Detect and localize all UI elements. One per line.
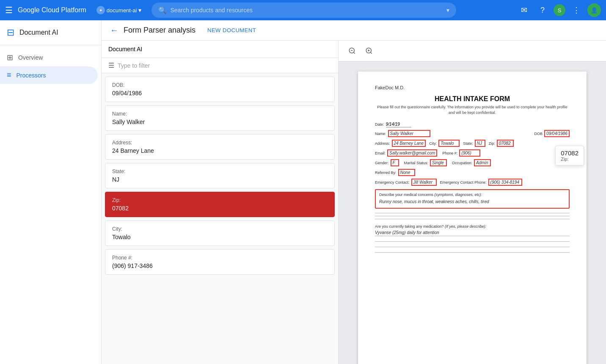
field-card-city[interactable]: City:Towalo (105, 221, 335, 246)
email-phone-row: Email: Sally.walker@gmail.com Phone #: (… (375, 149, 570, 157)
app-layout: ⊟ Document AI ⊞ Overview ≡ Processors ← … (0, 20, 606, 364)
more-options-icon[interactable]: ⋮ (569, 3, 584, 18)
address-row: Address: 24 Barney Lane City: Towalo Sta… (375, 140, 570, 147)
sidebar-item-processors[interactable]: ≡ Processors (0, 66, 98, 84)
name-label: Name: (375, 132, 386, 136)
field-card-phone[interactable]: Phone #:(906) 917-3486 (105, 249, 335, 275)
date-row: Date: 9/14/19 (375, 122, 570, 127)
filter-input[interactable] (118, 62, 331, 69)
page-title: Form Parser analysis (124, 26, 196, 35)
field-label-zip: Zip: (112, 197, 328, 203)
search-icon: 🔍 (158, 6, 167, 14)
sidebar-header: ⊟ Document AI (0, 20, 101, 45)
field-value-dob: 09/04/1986 (112, 90, 328, 97)
gender-row: Gender: F Marital Status: Single Occupat… (375, 159, 570, 166)
filter-icon: ☰ (108, 61, 114, 69)
medical-concerns-section: Describe your medical concerns (symptoms… (375, 189, 570, 209)
menu-icon[interactable]: ☰ (5, 5, 13, 15)
name-value: Sally Walker (388, 130, 430, 137)
field-label-address: Address: (112, 140, 328, 146)
search-input[interactable] (170, 7, 443, 14)
sidebar-item-overview[interactable]: ⊞ Overview (0, 49, 98, 66)
sidebar-item-processors-label: Processors (17, 72, 46, 79)
city-label: City: (429, 141, 437, 146)
emergency-phone-value: (906) 334-8194 (488, 179, 522, 186)
medication-value: Vyvanse (25mg) daily for attention (375, 230, 570, 236)
doc-toolbar (339, 41, 606, 61)
marital-label: Marital Status: (404, 161, 429, 165)
left-panel-header: Document AI (102, 41, 338, 58)
gender-label: Gender: (375, 161, 389, 165)
search-bar[interactable]: 🔍 ▾ (152, 3, 456, 18)
doctor-name: FakeDoc M.D. (375, 85, 570, 90)
date-value: 9/14/19 (386, 122, 411, 127)
zip-value: 07082 (497, 140, 514, 147)
sub-header: ← Form Parser analysis NEW DOCUMENT (102, 20, 606, 41)
processors-icon: ≡ (7, 71, 11, 80)
sidebar: ⊟ Document AI ⊞ Overview ≡ Processors (0, 20, 102, 364)
right-panel: FakeDoc M.D. HEALTH INTAKE FORM Please f… (339, 41, 606, 364)
field-card-state[interactable]: State:NJ (105, 163, 335, 188)
field-label-name: Name: (112, 111, 328, 117)
dob-value: 09/04/1986 (544, 130, 570, 137)
phone-value: (906) (459, 149, 480, 157)
field-label-phone: Phone #: (112, 255, 328, 261)
field-label-state: State: (112, 168, 328, 174)
help-icon[interactable]: ? (535, 3, 550, 18)
user-badge[interactable]: S (554, 4, 565, 16)
zoom-in-button[interactable] (362, 44, 376, 58)
medical-concerns-value: Runny nose, mucus in throat, weakness ac… (379, 199, 565, 205)
tooltip-value: 07082 (561, 149, 578, 157)
search-chevron-icon: ▾ (446, 7, 449, 14)
sidebar-title: Document AI (19, 29, 58, 36)
back-button[interactable]: ← (110, 25, 118, 35)
field-value-name: Sally Walker (112, 119, 328, 125)
doc-viewer[interactable]: FakeDoc M.D. HEALTH INTAKE FORM Please f… (339, 61, 606, 364)
project-icon: ✦ (96, 6, 105, 14)
occupation-value: Admin (474, 159, 491, 166)
field-label-city: City: (112, 226, 328, 232)
field-card-name[interactable]: Name:Sally Walker (105, 105, 335, 131)
field-value-phone: (906) 917-3486 (112, 262, 328, 269)
email-value: Sally.walker@gmail.com (387, 149, 437, 157)
field-card-zip[interactable]: Zip:07082 (105, 192, 335, 217)
sidebar-nav: ⊞ Overview ≡ Processors (0, 45, 101, 87)
date-label: Date: (375, 122, 384, 127)
address-value: 24 Barney Lane (392, 140, 426, 147)
medication-label: Are you currently taking any medication?… (375, 224, 570, 229)
medical-concerns-label: Describe your medical concerns (symptoms… (379, 193, 565, 197)
project-selector[interactable]: ✦ document-ai ▾ (96, 6, 142, 14)
sidebar-item-overview-label: Overview (18, 54, 43, 61)
svg-line-1 (353, 52, 355, 53)
app-logo: Google Cloud Platform (18, 6, 86, 14)
phone-label: Phone #: (442, 151, 457, 155)
city-value: Towalo (438, 140, 460, 147)
main-content: ← Form Parser analysis NEW DOCUMENT Docu… (102, 20, 606, 364)
zoom-out-button[interactable] (345, 44, 359, 58)
referred-value: None (398, 169, 415, 176)
field-card-address[interactable]: Address:24 Barney Lane (105, 134, 335, 160)
emergency-contact-label: Emergency Contact: (375, 180, 410, 185)
fields-list: DOB:09/04/1986Name:Sally WalkerAddress:2… (102, 73, 338, 364)
mail-icon[interactable]: ✉ (516, 3, 532, 18)
gender-value: F (391, 159, 399, 166)
app-name: Google Cloud Platform (18, 6, 86, 14)
form-title: HEALTH INTAKE FORM (375, 95, 570, 103)
new-document-button[interactable]: NEW DOCUMENT (207, 27, 256, 33)
field-label-dob: DOB: (112, 82, 328, 88)
emergency-row: Emergency Contact: Jill Walker Emergency… (375, 179, 570, 186)
occupation-label: Occupation: (452, 161, 472, 165)
project-name: document-ai (107, 7, 137, 14)
emergency-phone-label: Emergency Contact Phone: (440, 180, 487, 185)
field-value-zip: 07082 (112, 205, 328, 212)
referred-label: Referred By: (375, 171, 397, 175)
document-ai-icon: ⊟ (7, 27, 14, 38)
avatar[interactable]: 👤 (587, 3, 601, 17)
field-card-dob[interactable]: DOB:09/04/1986 (105, 77, 335, 102)
state-label: State: (463, 141, 473, 146)
form-subtitle: Please fill out the questionnaire carefu… (375, 105, 570, 115)
svg-line-4 (370, 52, 372, 53)
marital-value: Single (430, 159, 447, 166)
content-area: Document AI ☰ DOB:09/04/1986Name:Sally W… (102, 41, 606, 364)
project-chevron-icon: ▾ (138, 7, 141, 14)
